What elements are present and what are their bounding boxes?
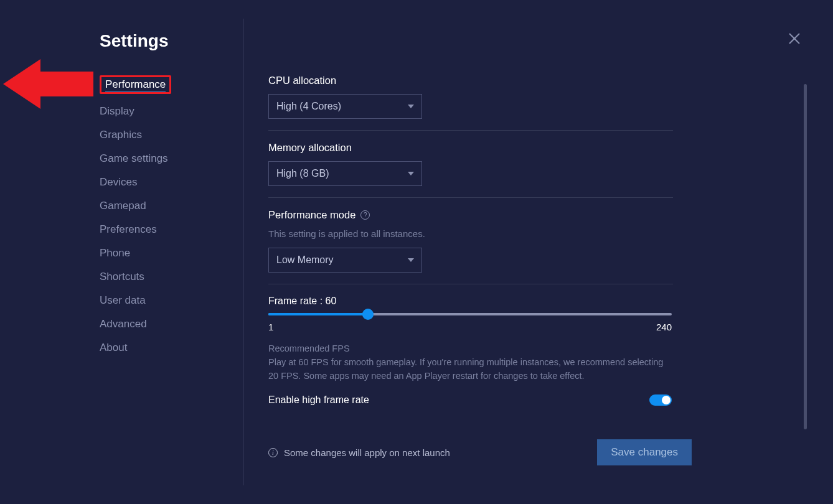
performance-mode-select[interactable]: Low Memory (268, 248, 422, 273)
slider-range-labels: 1 240 (268, 322, 672, 332)
frame-rate-prefix: Frame rate : (268, 296, 326, 306)
select-value: Low Memory (276, 254, 334, 266)
info-icon: i (268, 448, 278, 457)
sidebar-item-label: About (100, 342, 127, 353)
sidebar-item-label: Performance (105, 78, 166, 92)
pointer-arrow-annotation (3, 53, 96, 118)
footer-notice: Some changes will apply on next launch (284, 447, 450, 458)
sidebar-item-label: Phone (100, 247, 130, 259)
performance-mode-subtext: This setting is applied to all instances… (268, 228, 673, 239)
sidebar-item-label: Game settings (100, 152, 168, 164)
sidebar-item-phone[interactable]: Phone (100, 241, 243, 265)
select-value: High (4 Cores) (276, 101, 341, 112)
cpu-allocation-label: CPU allocation (268, 75, 673, 86)
divider (268, 284, 673, 284)
cpu-allocation-select[interactable]: High (4 Cores) (268, 94, 422, 119)
select-value: High (8 GB) (276, 168, 329, 179)
recommended-fps-title: Recommended FPS (268, 343, 673, 353)
high-frame-rate-label: Enable high frame rate (268, 394, 369, 406)
sidebar-item-about[interactable]: About (100, 336, 243, 360)
scrollbar[interactable] (804, 84, 807, 429)
slider-thumb[interactable] (362, 309, 374, 320)
recommended-fps-text: Play at 60 FPS for smooth gameplay. If y… (268, 356, 667, 383)
sidebar-item-game-settings[interactable]: Game settings (100, 147, 243, 170)
sidebar-item-display[interactable]: Display (100, 100, 243, 123)
sidebar-item-user-data[interactable]: User data (100, 289, 243, 312)
sidebar-item-label: Advanced (100, 318, 147, 330)
slider-min: 1 (268, 322, 273, 332)
memory-allocation-select[interactable]: High (8 GB) (268, 161, 422, 186)
sidebar-item-label: Shortcuts (100, 271, 144, 282)
save-changes-button[interactable]: Save changes (597, 439, 692, 465)
svg-marker-0 (3, 59, 93, 109)
divider (268, 130, 673, 131)
sidebar-item-label: Preferences (100, 223, 157, 235)
frame-rate-slider[interactable] (268, 313, 672, 315)
chevron-down-icon (408, 105, 414, 108)
performance-mode-label-text: Performance mode (268, 209, 355, 221)
sidebar-item-label: Graphics (100, 129, 142, 141)
sidebar-item-gamepad[interactable]: Gamepad (100, 194, 243, 218)
performance-mode-label: Performance mode ? (268, 209, 673, 221)
sidebar-item-advanced[interactable]: Advanced (100, 312, 243, 336)
sidebar: Settings Performance Display Graphics Ga… (100, 0, 243, 504)
sidebar-item-label: Gamepad (100, 200, 146, 212)
sidebar-item-label: Display (100, 105, 134, 117)
frame-rate-value: 60 (326, 296, 337, 306)
frame-rate-label: Frame rate : 60 (268, 296, 673, 307)
high-frame-rate-toggle[interactable] (649, 394, 672, 406)
sidebar-item-preferences[interactable]: Preferences (100, 218, 243, 241)
chevron-down-icon (408, 172, 414, 175)
page-title: Settings (100, 31, 243, 51)
slider-max: 240 (656, 322, 672, 332)
memory-allocation-label: Memory allocation (268, 142, 673, 154)
help-icon[interactable]: ? (360, 210, 370, 220)
sidebar-item-label: User data (100, 294, 146, 306)
sidebar-item-graphics[interactable]: Graphics (100, 123, 243, 147)
sidebar-item-shortcuts[interactable]: Shortcuts (100, 265, 243, 289)
sidebar-item-performance[interactable]: Performance (100, 70, 243, 100)
toggle-dot (662, 396, 671, 404)
sidebar-item-label: Devices (100, 176, 137, 188)
slider-fill (268, 313, 368, 315)
chevron-down-icon (408, 258, 414, 262)
divider (268, 197, 673, 198)
sidebar-item-devices[interactable]: Devices (100, 170, 243, 194)
main-panel: CPU allocation High (4 Cores) Memory all… (243, 19, 833, 485)
